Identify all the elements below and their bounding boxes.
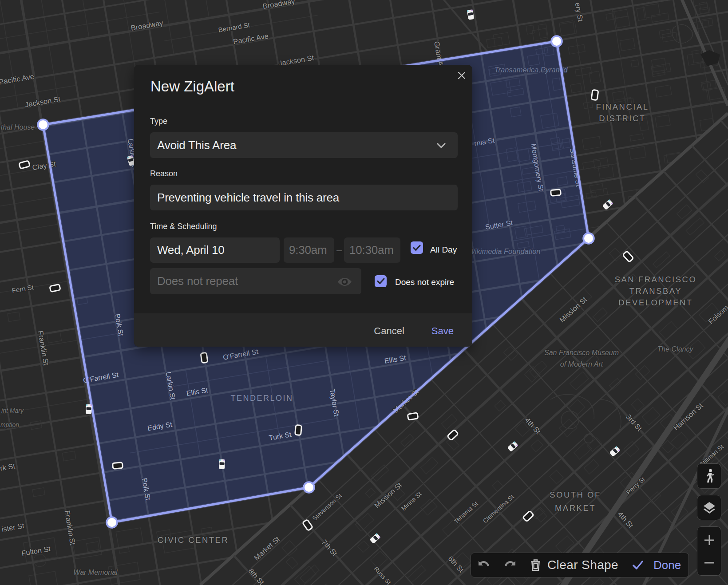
svg-text:TRANSBAY: TRANSBAY [629,286,682,296]
svg-text:int Mary: int Mary [1,407,24,414]
svg-text:CIVIC CENTER: CIVIC CENTER [158,535,229,545]
svg-text:thal House: thal House [1,123,35,131]
svg-text:DEVELOPMENT: DEVELOPMENT [618,298,692,307]
svg-text:TENDERLOIN: TENDERLOIN [230,394,293,403]
svg-text:SOUTH OF: SOUTH OF [550,490,601,499]
svg-text:of Modern Art: of Modern Art [560,360,603,368]
svg-text:SAN FRANCISCO: SAN FRANCISCO [615,275,697,284]
svg-text:FINANCIAL: FINANCIAL [596,102,649,111]
svg-text:San Francisco Museum: San Francisco Museum [544,349,619,356]
svg-text:MARKET: MARKET [555,503,596,513]
svg-text:mption: mption [0,421,19,428]
svg-text:War Memorial: War Memorial [73,569,118,576]
svg-text:Transamerica Pyramid: Transamerica Pyramid [495,66,568,74]
svg-text:DISTRICT: DISTRICT [599,114,645,123]
svg-text:Wikimedia Foundation: Wikimedia Foundation [468,247,540,255]
svg-text:The Clancy: The Clancy [657,345,694,353]
